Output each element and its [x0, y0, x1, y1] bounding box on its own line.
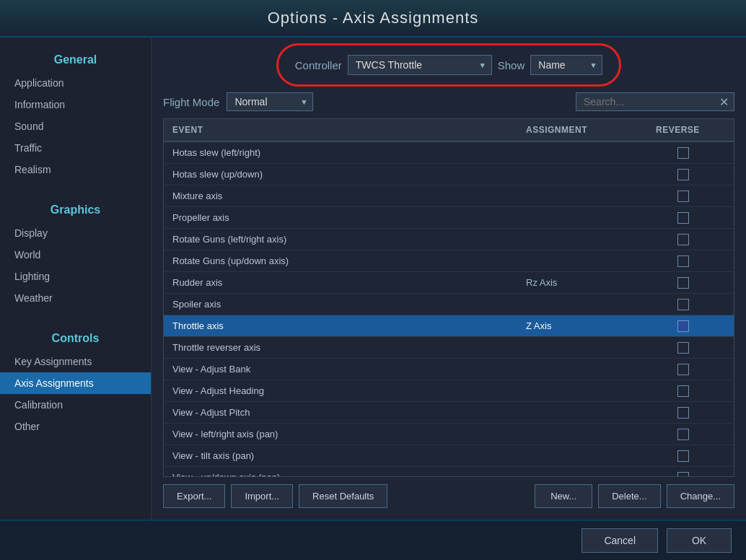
table-row[interactable]: Spoiler axis: [164, 294, 734, 315]
sidebar-item-axis-assignments[interactable]: Axis Assignments: [0, 372, 151, 394]
assignment-cell: [517, 408, 647, 418]
sidebar-item-display[interactable]: Display: [0, 222, 151, 244]
table-row[interactable]: View - tilt axis (pan): [164, 445, 734, 467]
header-assignment: ASSIGNMENT: [517, 119, 647, 141]
graphics-section-title: Graphics: [0, 195, 151, 222]
table-row[interactable]: View - up/down axis (pan): [164, 467, 734, 476]
reverse-checkbox[interactable]: [677, 342, 689, 354]
assignment-cell: [517, 386, 647, 396]
table-row[interactable]: Rudder axisRz Axis: [164, 272, 734, 294]
reverse-cell: [647, 361, 719, 378]
search-input[interactable]: [576, 92, 734, 111]
reverse-cell: [647, 253, 719, 270]
reverse-checkbox[interactable]: [677, 472, 689, 477]
reverse-checkbox[interactable]: [677, 277, 689, 289]
delete-button[interactable]: Delete...: [598, 484, 660, 508]
ok-button[interactable]: OK: [667, 528, 732, 553]
table-row[interactable]: Hotas slew (up/down): [164, 164, 734, 185]
sidebar-item-lighting[interactable]: Lighting: [0, 266, 151, 287]
reverse-cell: [647, 274, 719, 292]
table-row[interactable]: Throttle reverser axis: [164, 337, 734, 359]
event-cell: Hotas slew (up/down): [164, 164, 517, 185]
reverse-checkbox[interactable]: [677, 234, 689, 245]
reverse-cell: [647, 231, 719, 248]
reverse-checkbox[interactable]: [677, 255, 689, 267]
reverse-checkbox[interactable]: [677, 407, 689, 419]
new-button[interactable]: New...: [535, 484, 592, 508]
sidebar-item-world[interactable]: World: [0, 244, 151, 266]
show-select-wrapper: Name ID ▼: [530, 55, 602, 75]
reverse-cell: [647, 318, 719, 335]
event-cell: Mixture axis: [164, 185, 517, 206]
event-cell: Propeller axis: [164, 207, 517, 228]
reverse-cell: [647, 296, 719, 313]
assignment-cell: [517, 299, 647, 310]
table-row[interactable]: View - Adjust Heading: [164, 380, 734, 402]
assignment-cell: Rz Axis: [517, 272, 647, 293]
flight-mode-label: Flight Mode: [163, 96, 219, 108]
table-row[interactable]: Rotate Guns (up/down axis): [164, 250, 734, 272]
reverse-checkbox[interactable]: [677, 320, 689, 332]
reverse-checkbox[interactable]: [677, 450, 689, 462]
reverse-cell: [647, 144, 719, 162]
reverse-checkbox[interactable]: [677, 429, 689, 440]
assignment-cell: [517, 473, 647, 477]
event-cell: View - tilt axis (pan): [164, 445, 517, 466]
assignment-cell: [517, 170, 647, 180]
reverse-checkbox[interactable]: [677, 169, 689, 180]
table-row[interactable]: View - Adjust Pitch: [164, 402, 734, 424]
import-button[interactable]: Import...: [231, 484, 293, 508]
table-row[interactable]: Throttle axisZ Axis: [164, 315, 734, 337]
show-select[interactable]: Name ID: [530, 55, 602, 75]
sidebar-item-traffic[interactable]: Traffic: [0, 137, 151, 159]
event-cell: Rotate Guns (left/right axis): [164, 229, 517, 250]
reverse-checkbox[interactable]: [677, 212, 689, 224]
table-row[interactable]: Mixture axis: [164, 185, 734, 207]
assignment-cell: [517, 148, 647, 158]
export-button[interactable]: Export...: [163, 484, 225, 508]
header-scroll: [719, 119, 734, 141]
event-cell: Spoiler axis: [164, 294, 517, 315]
table-row[interactable]: View - left/right axis (pan): [164, 424, 734, 445]
sidebar-item-sound[interactable]: Sound: [0, 115, 151, 137]
controller-select[interactable]: TWCS Throttle Joystick Keyboard Mouse: [348, 55, 492, 75]
controller-select-wrapper: TWCS Throttle Joystick Keyboard Mouse ▼: [348, 55, 492, 75]
sidebar-item-realism[interactable]: Realism: [0, 159, 151, 180]
change-button[interactable]: Change...: [667, 484, 734, 508]
sidebar-item-other[interactable]: Other: [0, 416, 151, 437]
assignment-cell: Z Axis: [517, 315, 647, 336]
reverse-checkbox[interactable]: [677, 299, 689, 310]
assignment-cell: [517, 429, 647, 439]
reverse-cell: [647, 188, 719, 205]
table-row[interactable]: Hotas slew (left/right): [164, 142, 734, 164]
table-row[interactable]: Rotate Guns (left/right axis): [164, 229, 734, 250]
cancel-button[interactable]: Cancel: [582, 528, 658, 553]
table-header: EVENT ASSIGNMENT REVERSE: [164, 119, 734, 142]
bottom-buttons: Export... Import... Reset Defaults New..…: [163, 477, 734, 508]
event-cell: View - up/down axis (pan): [164, 467, 517, 476]
reverse-checkbox[interactable]: [677, 364, 689, 375]
table-row[interactable]: View - Adjust Bank: [164, 359, 734, 380]
reset-defaults-button[interactable]: Reset Defaults: [299, 484, 387, 508]
reverse-checkbox[interactable]: [677, 191, 689, 202]
controller-label: Controller: [295, 59, 342, 71]
table-row[interactable]: Propeller axis: [164, 207, 734, 229]
reverse-checkbox[interactable]: [677, 147, 689, 159]
sidebar-item-key-assignments[interactable]: Key Assignments: [0, 351, 151, 372]
flight-mode-select[interactable]: Normal Arcade Realistic: [227, 92, 313, 111]
sidebar-item-application[interactable]: Application: [0, 72, 151, 94]
reverse-checkbox[interactable]: [677, 385, 689, 397]
search-clear-icon[interactable]: ✕: [719, 95, 729, 109]
sidebar-item-calibration[interactable]: Calibration: [0, 394, 151, 416]
search-wrapper: ✕: [576, 92, 734, 111]
assignment-cell: [517, 213, 647, 223]
table-body[interactable]: Hotas slew (left/right)Hotas slew (up/do…: [164, 142, 734, 476]
reverse-cell: [647, 426, 719, 443]
sidebar-item-information[interactable]: Information: [0, 94, 151, 115]
reverse-cell: [647, 447, 719, 465]
footer: Cancel OK: [0, 520, 746, 560]
event-cell: View - left/right axis (pan): [164, 424, 517, 445]
sidebar-item-weather[interactable]: Weather: [0, 287, 151, 309]
assignment-cell: [517, 364, 647, 375]
reverse-cell: [647, 382, 719, 400]
